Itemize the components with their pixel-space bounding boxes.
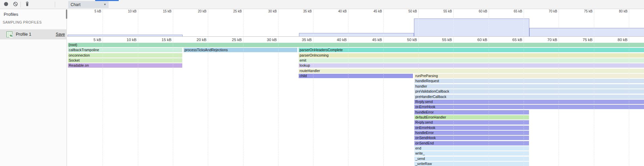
flame-bar-label: handleError: [414, 131, 434, 135]
flame-bar-label: onErrorHook: [414, 105, 435, 109]
chevron-down-icon: ▼: [104, 3, 106, 6]
vertical-scrollbar-thumb[interactable]: [66, 9, 67, 19]
flame-bar[interactable]: onconnection: [68, 53, 183, 58]
overview-ruler-tick-label: 10 kB: [117, 9, 137, 13]
gridline-dotted-overlay: [243, 13, 243, 166]
save-link[interactable]: Save: [56, 32, 65, 37]
flame-bar-label: end: [414, 146, 421, 150]
flame-bar[interactable]: callbackTrampoline: [68, 48, 183, 52]
flame-bar[interactable]: child: [299, 74, 413, 78]
block-icon: [13, 2, 18, 7]
flame-bar[interactable]: handleRequest: [414, 79, 644, 83]
flame-bar[interactable]: defaultErrorHandler: [414, 115, 529, 120]
overview-ruler-tick-label: 45 kB: [362, 9, 382, 13]
flame-bar[interactable]: Reply.send: [414, 100, 644, 104]
profile-icon-badge: %: [9, 34, 12, 38]
flame-bar-label: handleError: [414, 110, 434, 114]
overview-ruler-tick-label: 60 kB: [467, 9, 487, 13]
flame-bar-label: routeHandler: [299, 69, 320, 73]
main-ruler-tick-label: 50 kB: [395, 38, 417, 42]
flame-bar[interactable]: onSendHook: [414, 136, 529, 140]
toolbar: Chart ▼: [0, 0, 644, 9]
flame-chart-panel: 5 kB10 kB15 kB20 kB25 kB30 kB35 kB40 kB4…: [67, 9, 644, 166]
delete-profile-button[interactable]: [23, 0, 32, 9]
flame-bar[interactable]: onSendEnd: [414, 141, 529, 145]
flame-bar[interactable]: Socket: [68, 58, 183, 63]
flame-bar-label: Socket: [68, 58, 80, 62]
overview-graph[interactable]: [67, 13, 644, 36]
flame-bar[interactable]: _writeRaw: [414, 162, 529, 166]
overview-ruler-tick-label: 25 kB: [222, 9, 242, 13]
profile-icon: %: [6, 31, 12, 37]
gridline-dotted-overlay: [594, 13, 594, 166]
profiles-sidebar: Profiles SAMPLING PROFILES % Profile 1 S…: [0, 9, 67, 166]
flame-bar[interactable]: onErrorHook: [414, 105, 644, 109]
flame-bar-label: write_: [414, 151, 425, 155]
flame-bar[interactable]: handler: [414, 84, 644, 89]
flame-bar[interactable]: (root): [68, 43, 644, 47]
overview-ruler-tick-label: 35 kB: [292, 9, 312, 13]
flame-bar[interactable]: write_: [414, 151, 529, 156]
flame-bar[interactable]: preHandlerCallback: [414, 95, 644, 99]
flame-bar-label: preHandlerCallback: [414, 95, 446, 99]
flame-bar-label: child: [299, 74, 307, 78]
record-button[interactable]: [2, 0, 10, 9]
main-ruler-tick-label: 10 kB: [114, 38, 137, 42]
flame-bar-label: lookup: [299, 63, 310, 67]
flame-bar-label: onSendHook: [414, 136, 436, 140]
flame-bar[interactable]: lookup: [299, 63, 644, 68]
flame-bar[interactable]: handleError: [414, 110, 529, 114]
flame-bar[interactable]: handleError: [414, 131, 529, 135]
flame-bar[interactable]: Reply.send: [414, 120, 529, 125]
flame-bar-label: onErrorHook: [414, 126, 435, 130]
overview-ruler-tick-label: 55 kB: [432, 9, 452, 13]
main-ruler-tick-label: 65 kB: [500, 38, 522, 42]
overview-ruler-tick-label: 20 kB: [187, 9, 206, 13]
flame-bar[interactable]: parserOnIncoming: [299, 53, 644, 58]
flame-bar-label: Reply.send: [414, 100, 433, 104]
gridline-dotted-overlay: [629, 13, 629, 166]
gridline-dotted-overlay: [103, 13, 103, 166]
flame-bar[interactable]: Readable.on: [68, 63, 183, 68]
main-ruler-tick-label: 75 kB: [570, 38, 593, 42]
flame-bar-label: handler: [414, 84, 427, 88]
profile-item[interactable]: % Profile 1 Save: [0, 29, 67, 39]
main-ruler-tick-label: 40 kB: [325, 38, 347, 42]
flame-bar-label: _writeRaw: [414, 162, 432, 166]
flame-bar[interactable]: processTicksAndRejections: [184, 48, 298, 52]
chart-view-select[interactable]: Chart ▼: [68, 1, 109, 8]
gridline-dotted-overlay: [208, 13, 208, 166]
gridline-dotted-overlay: [383, 13, 384, 166]
flame-bar[interactable]: routeHandler: [299, 69, 644, 73]
clear-all-button[interactable]: [11, 0, 20, 9]
flame-bar[interactable]: parserOnHeadersComplete: [299, 48, 644, 52]
gridline-dotted-overlay: [138, 13, 138, 166]
gridline-dotted-overlay: [278, 13, 278, 166]
flame-bar[interactable]: onErrorHook: [414, 126, 529, 130]
flame-bar-label: Readable.on: [68, 63, 89, 67]
main-ruler-tick-label: 5 kB: [79, 38, 101, 42]
toolbar-separator: [21, 2, 21, 7]
main-ruler-tick-label: 80 kB: [605, 38, 628, 42]
flame-bar[interactable]: _send: [414, 157, 529, 161]
overview-step: [414, 19, 529, 36]
overview-ruler-tick-label: 30 kB: [257, 9, 277, 13]
overview-step: [299, 33, 414, 36]
profile-name: Profile 1: [16, 32, 31, 37]
flame-bar[interactable]: end: [414, 146, 529, 151]
overview-ruler-tick-label: 70 kB: [537, 9, 557, 13]
gridline-dotted-overlay: [173, 13, 173, 166]
flame-bar[interactable]: runPreParsing: [414, 74, 644, 78]
flame-chart: (root)callbackTrampolineprocessTicksAndR…: [67, 43, 644, 166]
overview-ruler-tick-label: 75 kB: [573, 9, 593, 13]
flame-bar-label: emit: [299, 58, 306, 62]
flame-bar-label: preValidationCallback: [414, 89, 449, 93]
main-ruler-tick-label: 15 kB: [149, 38, 172, 42]
gridline-dotted-overlay: [418, 13, 419, 166]
flame-bar-label: defaultErrorHandler: [414, 115, 446, 119]
flame-bar[interactable]: preValidationCallback: [414, 89, 644, 94]
gridline-dotted-overlay: [524, 13, 524, 166]
flame-bar[interactable]: emit: [299, 58, 644, 63]
tab-indicator: [95, 0, 119, 1]
overview-ruler: 5 kB10 kB15 kB20 kB25 kB30 kB35 kB40 kB4…: [67, 9, 644, 13]
